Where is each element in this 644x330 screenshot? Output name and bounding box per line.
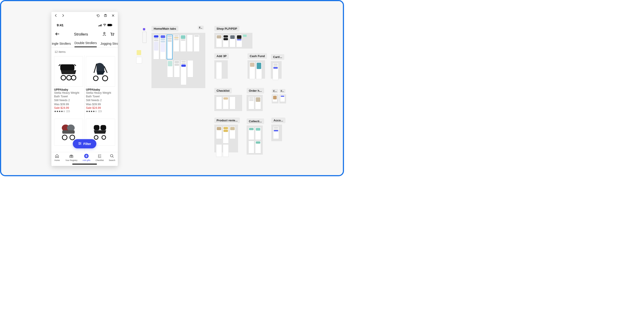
- nav-search[interactable]: Search: [109, 153, 115, 161]
- section-label: Add 3P: [214, 53, 229, 59]
- close-icon[interactable]: [112, 14, 115, 18]
- product-card[interactable]: UPPAbaby Stella Heavy Weight Bath Towel …: [84, 55, 116, 118]
- svg-point-12: [61, 75, 66, 80]
- wifi-icon: [103, 23, 106, 27]
- home-icon: [54, 153, 60, 158]
- nav-add-gifts[interactable]: Add gifts: [82, 153, 90, 161]
- section-label: F...: [198, 26, 204, 30]
- svg-point-28: [79, 144, 80, 144]
- filter-label: Filter: [83, 142, 91, 146]
- open-external-icon[interactable]: [104, 14, 107, 18]
- checklist-icon: [96, 153, 103, 158]
- mini-outline: [142, 32, 146, 43]
- tab-single-strollers[interactable]: ingle Strollers: [52, 42, 71, 47]
- tab-double-strollers[interactable]: Double Strollers: [74, 41, 97, 47]
- section-label: Product revie...: [214, 118, 240, 123]
- component-icon: [143, 28, 145, 30]
- tab-jogging-strollers[interactable]: Jogging Strollers: [100, 42, 118, 47]
- product-was-price: Was $39.99: [86, 103, 115, 106]
- svg-point-14: [71, 75, 76, 80]
- svg-point-18: [67, 124, 75, 131]
- section-c-small[interactable]: C...: [272, 89, 278, 103]
- svg-rect-11: [60, 64, 74, 70]
- home-indicator: [72, 164, 97, 164]
- product-was-price: Was $39.99: [54, 103, 83, 106]
- stars-icons: ★★★★☆: [54, 110, 65, 113]
- product-rating: ★★★★☆ 223: [54, 110, 83, 113]
- product-grid: UPPAbaby Stella Heavy Weight Bath Towel …: [52, 55, 118, 152]
- section-add-3p[interactable]: Add 3P: [214, 53, 229, 79]
- canvas[interactable]: 9:41 Strollers: [1, 1, 343, 175]
- section-label: Cash Fund: [248, 53, 267, 59]
- svg-rect-3: [100, 25, 101, 26]
- section-product-reviews[interactable]: Product revie...: [214, 118, 240, 152]
- svg-point-13: [67, 75, 71, 80]
- product-sale-price: Sale $24.99: [86, 106, 115, 109]
- product-still-needs: Still Needs 2: [86, 99, 115, 102]
- svg-point-24: [94, 135, 98, 139]
- battery-icon: [108, 23, 112, 27]
- section-f-small-top[interactable]: F...: [198, 25, 204, 31]
- items-count: 12 items: [52, 47, 118, 55]
- section-label: Collecti...: [246, 118, 264, 124]
- product-name: Stella Heavy Weight Bath Towel: [54, 91, 83, 98]
- section-label: Order h...: [246, 88, 264, 93]
- section-collections[interactable]: Collecti...: [246, 118, 264, 155]
- product-card[interactable]: UPPAbaby Stella Heavy Weight Bath Towel …: [53, 55, 84, 118]
- nav-checklist[interactable]: Checklist: [96, 153, 104, 161]
- svg-point-20: [62, 135, 67, 140]
- section-checklist[interactable]: Checklist: [214, 88, 242, 111]
- section-label: Checklist: [214, 88, 232, 93]
- svg-point-25: [102, 135, 106, 139]
- product-image: [54, 56, 83, 87]
- status-time: 9:41: [57, 23, 64, 27]
- section-label: Home/Main tabs: [152, 26, 178, 32]
- svg-point-16: [102, 76, 108, 81]
- chevron-left-icon[interactable]: [54, 14, 57, 18]
- mini-frame: [136, 57, 142, 64]
- svg-point-9: [112, 35, 112, 36]
- back-arrow-icon[interactable]: [55, 32, 60, 36]
- section-label: Acco...: [271, 118, 286, 123]
- nav-label: Add gifts: [82, 159, 90, 161]
- svg-rect-19: [62, 130, 75, 134]
- nav-label: Home: [54, 159, 60, 161]
- chevron-right-icon[interactable]: [62, 14, 64, 18]
- signal-icon: [98, 23, 102, 27]
- user-icon[interactable]: [102, 32, 106, 37]
- nav-your-registry[interactable]: Your Registry: [65, 153, 78, 161]
- product-sale-price: Sale $24.99: [54, 106, 83, 109]
- svg-rect-22: [94, 125, 100, 130]
- filter-button[interactable]: Filter: [73, 139, 96, 148]
- design-canvas-frame: 9:41 Strollers: [0, 0, 344, 176]
- nav-label: Your Registry: [65, 159, 78, 161]
- section-label: Shop PLP/PDP: [214, 26, 240, 32]
- svg-point-31: [110, 154, 113, 157]
- section-order-history[interactable]: Order h...: [246, 88, 264, 111]
- undo-icon[interactable]: [96, 14, 100, 18]
- product-name: Stella Heavy Weight Bath Towel: [86, 91, 115, 98]
- section-cash-fund[interactable]: Cash Fund: [248, 53, 267, 79]
- section-label: C...: [272, 89, 278, 93]
- cart-icon[interactable]: [110, 32, 114, 37]
- svg-point-26: [79, 142, 80, 143]
- nav-label: Search: [109, 159, 115, 161]
- section-f-small[interactable]: F...: [279, 89, 286, 103]
- product-brand: UPPAbaby: [86, 88, 115, 91]
- nav-label: Checklist: [96, 159, 104, 161]
- svg-point-15: [94, 76, 98, 81]
- svg-point-10: [113, 35, 114, 36]
- svg-rect-23: [100, 125, 106, 130]
- mobile-mockup: 9:41 Strollers: [52, 12, 118, 166]
- section-home-main-tabs[interactable]: Home/Main tabs: [152, 26, 205, 88]
- section-account[interactable]: Acco...: [271, 118, 286, 141]
- nav-header: Strollers: [52, 30, 118, 39]
- section-cart[interactable]: Cart/...: [271, 54, 284, 79]
- page-title: Strollers: [60, 32, 102, 37]
- section-shop-plp-pdp[interactable]: Shop PLP/PDP: [214, 26, 252, 49]
- review-count: 223: [66, 110, 70, 113]
- svg-rect-1: [98, 26, 99, 26]
- svg-rect-4: [101, 24, 102, 26]
- nav-home[interactable]: Home: [54, 153, 60, 161]
- stars-icons: ★★★★☆: [86, 110, 97, 113]
